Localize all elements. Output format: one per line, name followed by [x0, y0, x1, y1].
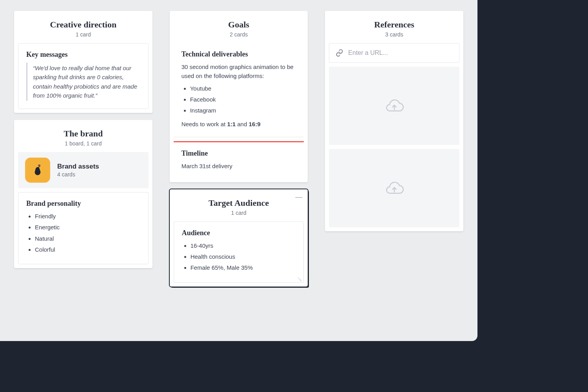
panel-creative-direction[interactable]: Creative direction 1 card Key messages “… — [14, 11, 152, 113]
col-creative-brand: Creative direction 1 card Key messages “… — [14, 11, 152, 268]
brief-canvas: Creative direction 1 card Key messages “… — [0, 0, 477, 341]
panel-title: Target Audience — [177, 198, 301, 208]
list-item: Friendly — [35, 212, 140, 221]
platforms-list: Youtube Facebook Instagram — [181, 84, 296, 115]
reference-url-field[interactable] — [348, 49, 453, 56]
card-title: Timeline — [181, 149, 296, 158]
panel-subtitle: 1 board, 1 card — [21, 140, 145, 147]
card-title: Brand personality — [26, 200, 140, 208]
list-item: Colorful — [35, 245, 140, 254]
panel-references[interactable]: References 3 cards — [325, 11, 463, 231]
list-item: Natural — [35, 234, 140, 243]
resize-handle-icon[interactable] — [296, 275, 302, 281]
col-goals-audience: Goals 2 cards Technical deliverables 30 … — [170, 11, 308, 287]
list-item: Health conscious — [191, 252, 296, 261]
card-title: Key messages — [26, 51, 140, 59]
panel-title: The brand — [21, 129, 145, 139]
panel-target-audience[interactable]: — Target Audience 1 card Audience 16-40y… — [170, 189, 308, 287]
col-references: References 3 cards — [325, 11, 463, 231]
panel-goals[interactable]: Goals 2 cards Technical deliverables 30 … — [170, 11, 308, 182]
audience-list: 16-40yrs Health conscious Female 65%, Ma… — [182, 241, 296, 272]
list-item: Energetic — [35, 223, 140, 232]
list-item: Youtube — [190, 84, 296, 93]
list-item: Instagram — [190, 106, 296, 115]
reference-dropzone[interactable] — [329, 67, 459, 145]
tech-lead: 30 second motion graphics animation to b… — [181, 62, 296, 81]
card-timeline[interactable]: Timeline March 31st delivery — [174, 141, 304, 178]
timeline-text: March 31st delivery — [181, 162, 296, 171]
reference-url-input[interactable] — [329, 43, 459, 63]
cloud-upload-icon — [384, 97, 405, 114]
panel-subtitle: 3 cards — [332, 31, 456, 38]
list-item: Facebook — [190, 95, 296, 104]
board-sub: 4 cards — [57, 171, 99, 178]
card-technical-deliverables[interactable]: Technical deliverables 30 second motion … — [174, 43, 304, 137]
panel-subtitle: 1 card — [177, 210, 301, 216]
collapse-icon[interactable]: — — [295, 193, 302, 200]
ratio-line: Needs to work at 1:1 and 16:9 — [181, 120, 296, 129]
card-title: Technical deliverables — [181, 50, 296, 58]
panel-title: References — [332, 20, 456, 30]
card-audience[interactable]: Audience 16-40yrs Health conscious Femal… — [174, 221, 304, 283]
link-icon — [336, 49, 343, 57]
personality-list: Friendly Energetic Natural Colorful — [26, 212, 140, 254]
panel-subtitle: 2 cards — [177, 31, 301, 38]
list-item: Female 65%, Male 35% — [191, 263, 296, 272]
card-brand-personality[interactable]: Brand personality Friendly Energetic Nat… — [18, 192, 149, 264]
panel-title: Creative direction — [21, 20, 145, 30]
list-item: 16-40yrs — [191, 241, 296, 250]
panel-title: Goals — [177, 20, 301, 30]
board-name: Brand assets — [57, 163, 99, 171]
panel-subtitle: 1 card — [21, 31, 145, 38]
card-title: Audience — [182, 229, 296, 237]
pear-icon — [25, 158, 50, 183]
reference-dropzone[interactable] — [329, 149, 459, 227]
board-brand-assets[interactable]: Brand assets 4 cards — [18, 152, 149, 188]
cloud-upload-icon — [384, 180, 405, 197]
panel-the-brand[interactable]: The brand 1 board, 1 card Brand assets 4… — [14, 120, 152, 268]
card-key-messages[interactable]: Key messages “We'd love to really dial h… — [18, 43, 149, 109]
key-messages-quote: “We'd love to really dial home that our … — [26, 63, 140, 101]
